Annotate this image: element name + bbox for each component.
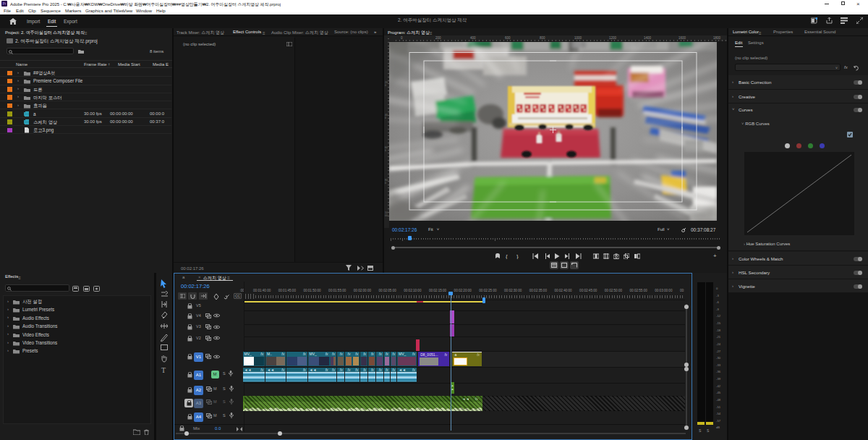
svg-text:}: } [516,253,519,259]
svg-text:{: { [506,253,508,259]
svg-text:T: T [161,366,166,374]
